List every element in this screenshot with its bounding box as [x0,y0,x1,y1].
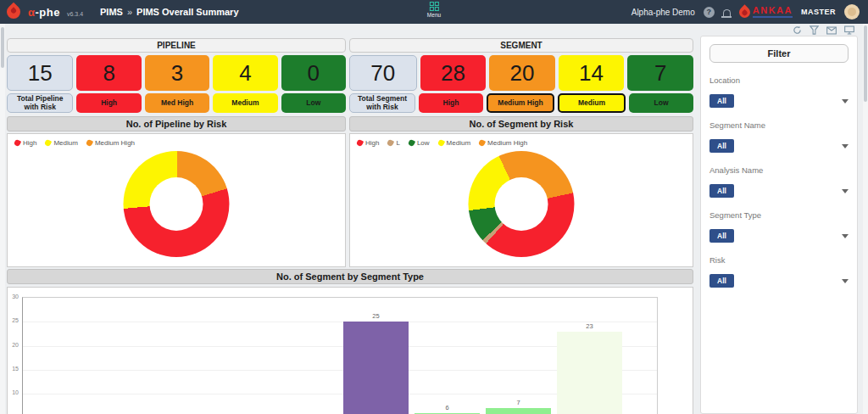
segment-high-value[interactable]: 28 [420,55,487,91]
legend-marker-icon [14,139,21,147]
filter-label: Risk [709,255,849,265]
filter-panel: Filter Location All Segment Name All [700,36,858,414]
selected-value-chip[interactable]: All [709,184,734,198]
segment-medhigh-value[interactable]: 20 [489,55,555,91]
bar[interactable] [343,322,409,414]
bar-value-label: 6 [415,404,480,411]
filter-group-segment-type: Segment Type All [709,210,849,243]
right-scrollbar[interactable] [863,24,868,414]
legend-marker-icon [356,139,364,147]
pipeline-by-risk-panel: No. of Pipeline by Risk High Medium Medi… [7,116,346,267]
help-icon[interactable]: ? [704,7,715,18]
segment-medhigh-label[interactable]: Medium High [487,93,554,113]
pipeline-total-label[interactable]: Total Pipeline with Risk [7,93,73,113]
dropdown-caret-icon[interactable] [842,189,849,193]
filter-group-analysis-name: Analysis Name All [709,165,849,198]
pipeline-kpi-section: PIPELINE 15 8 3 4 0 Total Pipeline with … [7,38,346,113]
segment-medium-label[interactable]: Medium [558,93,626,113]
bar-value-label: 25 [343,312,409,320]
panel-toolbar [793,25,854,35]
left-scrollbar-thumb[interactable] [1,27,4,68]
user-avatar[interactable] [844,4,860,20]
y-axis-tick: 30 [8,294,19,299]
segment-total-value[interactable]: 70 [349,55,417,91]
menu-button[interactable]: Menu [427,2,441,18]
selected-value-chip[interactable]: All [709,94,734,108]
bar[interactable] [557,332,622,414]
segment-low-value[interactable]: 7 [627,55,693,91]
bar-chart-body: 256723 3025201510 [7,287,693,414]
pipeline-medhigh-value[interactable]: 3 [145,55,209,91]
pipeline-label-row: Total Pipeline with Risk High Med High M… [7,93,346,113]
pipeline-donut-chart[interactable] [124,151,230,257]
selected-value-chip[interactable]: All [709,139,734,153]
account-name[interactable]: Alpha-phe Demo [632,8,695,17]
pipeline-low-label[interactable]: Low [281,93,346,113]
dropdown-caret-icon[interactable] [842,144,849,148]
analysis-name-dropdown[interactable]: All [709,184,849,198]
filter-group-segment-name: Segment Name All [709,120,849,153]
segment-chart-title: No. of Segment by Risk [349,116,693,131]
notifications-bell-icon[interactable] [723,9,731,16]
pipeline-low-value[interactable]: 0 [281,55,346,91]
segment-total-label[interactable]: Total Segment with Risk [349,93,415,113]
user-role: MASTER [801,8,836,16]
menu-grid-icon [429,2,438,11]
filter-button[interactable]: Filter [709,44,849,63]
pipeline-high-label[interactable]: High [76,93,141,113]
location-dropdown[interactable]: All [709,94,849,108]
ankaa-tagline [753,16,793,18]
segment-chart-body: High L Low Medium Medium High [349,133,693,267]
legend-marker-icon [387,139,394,147]
filter-group-risk: Risk All [709,255,849,288]
legend-marker-icon [44,139,52,147]
filter-label: Segment Name [709,120,849,130]
segment-by-risk-panel: No. of Segment by Risk High L Low Medium… [349,116,693,267]
pipeline-high-value[interactable]: 8 [76,55,141,91]
display-icon[interactable] [844,25,854,35]
selected-value-chip[interactable]: All [709,229,734,243]
segment-type-dropdown[interactable]: All [709,229,849,243]
pipeline-total-value[interactable]: 15 [7,55,73,91]
filter-label: Analysis Name [709,165,849,175]
navbar-right: Alpha-phe Demo ? ANKAA MASTER [632,4,868,20]
left-scrollbar[interactable] [0,24,5,414]
alphaphe-flame-icon [4,3,24,22]
dropdown-caret-icon[interactable] [842,234,849,238]
right-scrollbar-thumb[interactable] [864,25,867,102]
app-logo[interactable]: α-phe [28,6,60,19]
module-name[interactable]: PIMS [100,7,123,17]
bar-value-label: 23 [557,322,622,330]
pims-dashboard: α-phe v6.3.4 PIMS » PIMS Overall Summary… [0,0,868,414]
legend-marker-icon [86,139,93,147]
legend-marker-icon [437,139,444,147]
pipeline-value-row: 15 8 3 4 0 [7,55,346,91]
bar[interactable] [486,408,551,414]
refresh-icon[interactable] [793,25,802,35]
bar-chart-plot-area: 256723 [22,297,658,414]
risk-dropdown[interactable]: All [709,274,849,288]
export-envelope-icon[interactable] [826,26,837,35]
segment-label-row: Total Segment with Risk High Medium High… [349,93,693,113]
segment-medium-value[interactable]: 14 [559,55,625,91]
y-axis-tick: 15 [8,366,19,372]
selected-value-chip[interactable]: All [709,274,734,288]
page-title: PIMS Overall Summary [136,7,238,17]
segment-high-label[interactable]: High [419,93,483,113]
pipeline-medhigh-label[interactable]: Med High [145,93,209,113]
brand-area: α-phe v6.3.4 PIMS » PIMS Overall Summary [0,5,239,19]
top-navbar: α-phe v6.3.4 PIMS » PIMS Overall Summary… [0,0,868,24]
filter-funnel-icon[interactable] [810,25,819,35]
pipeline-medium-value[interactable]: 4 [213,55,277,91]
dropdown-caret-icon[interactable] [842,279,849,283]
segment-low-label[interactable]: Low [629,93,693,113]
dropdown-caret-icon[interactable] [842,99,849,104]
pipeline-medium-label[interactable]: Medium [213,93,277,113]
pipeline-chart-title: No. of Pipeline by Risk [7,116,346,131]
segment-section-header: SEGMENT [349,38,693,53]
segment-donut-chart[interactable] [469,151,575,257]
segment-name-dropdown[interactable]: All [709,139,849,153]
breadcrumb: PIMS » PIMS Overall Summary [100,7,238,17]
ankaa-flame-icon [737,4,752,20]
app-version: v6.3.4 [67,11,83,17]
